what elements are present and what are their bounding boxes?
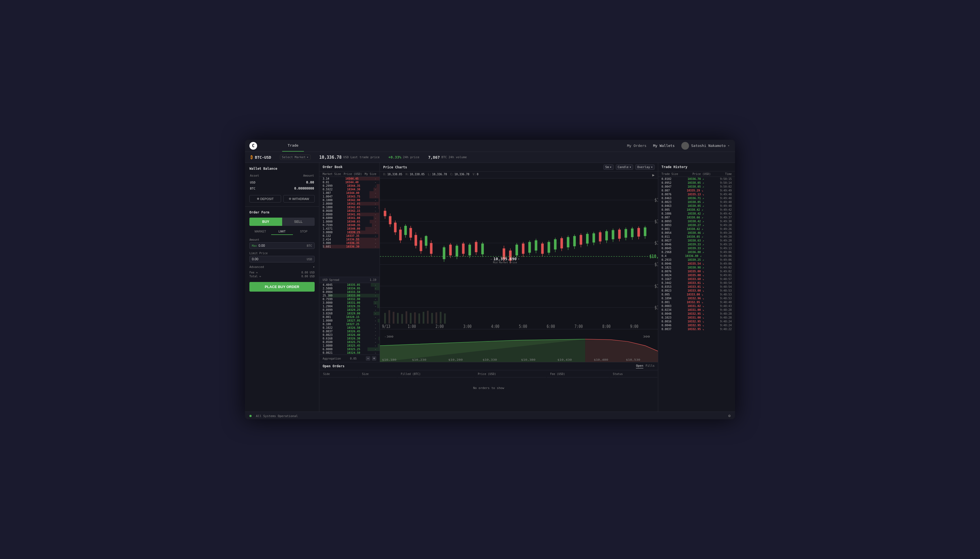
limit-price-input[interactable]	[252, 257, 307, 261]
order-book-bid-row[interactable]: 0.001 10328.15 -	[319, 315, 380, 319]
order-book-ask-row[interactable]: 0.6000 10341.80 -	[319, 216, 380, 220]
advanced-toggle[interactable]: Advanced ▾	[249, 265, 315, 269]
tab-limit[interactable]: LIMIT	[271, 228, 293, 235]
order-book-bid-row[interactable]: 0.1022 10326.50 -	[319, 326, 380, 329]
order-book-ask-row[interactable]: 0.2999 10344.35 -	[319, 184, 380, 188]
trade-history-row: 0.2933 10339.25 ↗ 9:49:06	[658, 258, 735, 261]
open-orders-tabs: Open Fills	[636, 364, 655, 368]
chevron-down-icon: ▾	[629, 165, 631, 169]
sell-button[interactable]: SELL	[282, 218, 315, 226]
svg-rect-26	[394, 223, 396, 232]
order-book-ask-row[interactable]: 1.0047 10343.75 -	[319, 195, 380, 198]
tab-stop[interactable]: STOP	[293, 228, 315, 235]
svg-rect-76	[567, 237, 569, 247]
amount-input[interactable]	[259, 244, 307, 248]
order-book-ask-row[interactable]: 0.0688 10342.15 -	[319, 209, 380, 213]
order-book-bid-row[interactable]: 3.0268 10329.00 -	[319, 312, 380, 315]
svg-rect-64	[528, 242, 531, 253]
order-book-ask-row[interactable]: 2.414 10336.55 -	[319, 238, 380, 241]
tab-fills[interactable]: Fills	[645, 364, 655, 368]
withdraw-button[interactable]: ⊖ WITHDRAW	[283, 195, 315, 202]
depth-chart[interactable]: $10,180 $10,230 $10,280 $10,330 $10,380 …	[380, 329, 658, 362]
max-link[interactable]: Max	[252, 244, 257, 247]
trade-history-row: 0.4 10336.80 ↗ 9:49:06	[658, 254, 735, 258]
order-book-bid-row[interactable]: 0.7599 10332.90 -	[319, 298, 380, 301]
order-book-ask-row[interactable]: 0.132 10337.35 -	[319, 234, 380, 238]
oo-col-price: Price (USD)	[474, 371, 546, 377]
order-book-bid-row[interactable]: 1.0000 10327.95 -	[319, 319, 380, 322]
tab-trade[interactable]: Trade	[282, 140, 304, 152]
tab-market[interactable]: MARKET	[249, 228, 271, 235]
svg-rect-17	[431, 313, 433, 324]
order-book-ask-row[interactable]: 1.007 10344.00 -	[319, 191, 380, 195]
order-book-bid-row[interactable]: 0.0037 10326.45 -	[319, 329, 380, 333]
trade-history-row: 0.001 10338.42 ↗ 9:49:26	[658, 227, 735, 231]
order-book-ask-row[interactable]: 3.0000 10339.25 -	[319, 230, 380, 234]
tab-open[interactable]: Open	[636, 364, 643, 368]
logo-icon[interactable]: C	[249, 142, 257, 150]
timeframe-selector[interactable]: 5m ▾	[604, 164, 614, 170]
center-panel: Order Book Market Size Price (USD) My Si…	[319, 163, 658, 412]
order-book-ask-row[interactable]: 0.01 10344.40 -	[319, 180, 380, 184]
my-wallets-link[interactable]: My Wallets	[653, 144, 675, 148]
order-book-bid-row[interactable]: 0.0023 10326.40 -	[319, 333, 380, 337]
order-book-bid-row[interactable]: 0.6168 10326.30 -	[319, 337, 380, 340]
order-book-ask-row[interactable]: 0.7599 10340.35 -	[319, 223, 380, 227]
order-book-bid-row[interactable]: 1.2904 10329.35 -	[319, 304, 380, 308]
place-order-button[interactable]: PLACE BUY ORDER	[249, 282, 315, 292]
order-book-ask-row[interactable]: 0.1000 10342.90 -	[319, 198, 380, 202]
order-book-spread: USD Spread 1.19	[319, 277, 380, 283]
buy-button[interactable]: BUY	[249, 218, 282, 226]
order-book-bid-row[interactable]: 4.4045 10335.05 -	[319, 283, 380, 287]
chart-type-selector[interactable]: Candle ▾	[616, 164, 633, 170]
select-market-button[interactable]: Select Market ▾	[280, 155, 310, 160]
chart-area[interactable]: $10,425 $10,400 $10,375 $10,336.78 $10,3…	[380, 179, 658, 329]
ohlcv-open: O: 10,338.05	[383, 173, 402, 177]
aggregation-plus[interactable]: +	[372, 356, 376, 361]
order-book-ask-row[interactable]: 0.1000 10342.65 -	[319, 205, 380, 209]
order-book-bid-row[interactable]: 0.0984 10333.50 -	[319, 290, 380, 294]
order-book-bid-row[interactable]: 6.0000 10325.25 -	[319, 347, 380, 351]
buy-sell-tabs: BUY SELL	[249, 218, 315, 226]
trade-history-row: 0.0016 10332.95 ↘ 9:48:24	[658, 319, 735, 323]
order-book-ask-row[interactable]: 1.0000 10340.65 -	[319, 220, 380, 223]
th-col-time: Time	[725, 172, 732, 175]
order-book-bid-row[interactable]: 1.0000 10325.45 -	[319, 344, 380, 347]
chart-forward-icon[interactable]: ▶	[652, 173, 655, 177]
order-book-bid-row[interactable]: 0.0500 10325.75 -	[319, 340, 380, 344]
trade-history-row: 0.0023 10333.00 ↘ 9:48:53	[658, 289, 735, 293]
trade-history-row: 0.0046 10335.54 ↘ 9:49:06	[658, 261, 735, 265]
order-book-ask-row[interactable]: 2.0000 10341.95 -	[319, 213, 380, 216]
deposit-button[interactable]: ⊕ DEPOSIT	[249, 195, 281, 202]
order-book-bid-row[interactable]: 2.5000 10334.95 -	[319, 287, 380, 290]
user-menu[interactable]: Satoshi Nakamoto ▾	[682, 142, 730, 150]
total-label: Total ≈	[249, 275, 261, 278]
order-book-ask-row[interactable]: 3.14 10344.45 -	[319, 177, 380, 180]
ohlcv-volume: V: 0	[473, 173, 478, 177]
overlay-selector[interactable]: Overlay ▾	[635, 164, 655, 170]
order-book-ask-row[interactable]: 5.601 10336.30 -	[319, 245, 380, 248]
trade-history-row: 0.1086 10338.42 ↗ 9:49:42	[658, 212, 735, 215]
order-book-ask-row[interactable]: 3.000 10336.35 -	[319, 241, 380, 245]
trade-history-row: 0.005 10333.00 ↘ 9:48:53	[658, 293, 735, 296]
chevron-down-icon: ▾	[313, 265, 315, 269]
trade-history-row: 0.0463 10338.05 ↗ 9:49:48	[658, 204, 735, 208]
ohlcv-low: L: 10,336.78	[428, 173, 447, 177]
my-orders-link[interactable]: My Orders	[627, 144, 647, 148]
order-book-bid-row[interactable]: 0.0999 10329.25 -	[319, 308, 380, 312]
order-book-ask-row[interactable]: 1.4371 10340.00 -	[319, 227, 380, 230]
order-book-ask-row[interactable]: 2.0000 10342.85 -	[319, 202, 380, 205]
order-book-bid-row[interactable]: 0.100 10327.25 -	[319, 322, 380, 326]
order-book-bid-row[interactable]: 25.300 10333.00 -	[319, 294, 380, 298]
svg-text:2:00: 2:00	[436, 324, 444, 329]
svg-rect-100	[644, 228, 647, 236]
svg-text:$10,230: $10,230	[412, 359, 426, 361]
order-book-ask-row[interactable]: 0.5922 10344.30 -	[319, 188, 380, 191]
order-book-bid-row[interactable]: 0.0021 10324.50 -	[319, 351, 380, 355]
svg-rect-38	[425, 236, 427, 246]
settings-icon[interactable]: ⚙	[728, 413, 731, 418]
aggregation-minus[interactable]: −	[366, 356, 370, 361]
wallet-asset-btc: BTC	[250, 186, 270, 191]
svg-rect-6	[384, 313, 386, 324]
order-book-bid-row[interactable]: 3.0000 10331.00 -	[319, 301, 380, 304]
